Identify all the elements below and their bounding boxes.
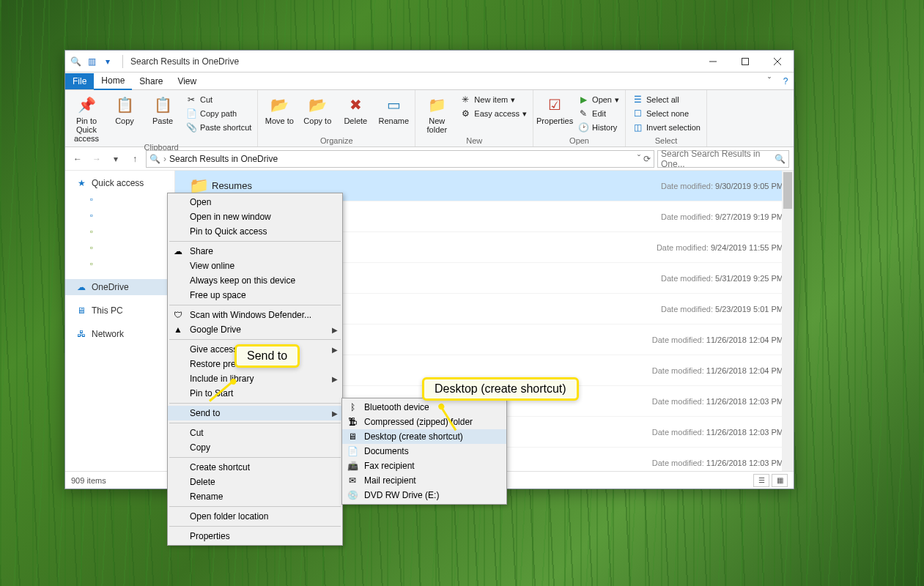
menu-item-label: Cut (190, 428, 204, 438)
menu-item-label: Delete (190, 477, 215, 487)
context-item-free-up-space[interactable]: Free up space (168, 288, 342, 303)
icons-view-button[interactable]: ▦ (772, 474, 788, 487)
context-item-create-shortcut[interactable]: Create shortcut (168, 460, 342, 475)
paste-shortcut-icon: 📎 (185, 122, 197, 133)
rename-button[interactable]: ▭Rename (375, 92, 412, 125)
sendto-item-desktop-create-shortcut-[interactable]: 🖥Desktop (create shortcut) (342, 429, 506, 444)
context-item-open-in-new-window[interactable]: Open in new window (168, 209, 342, 224)
sendto-item-documents[interactable]: 📄Documents (342, 444, 506, 459)
select-none-icon: ☐ (632, 108, 643, 119)
menu-separator (169, 457, 341, 458)
details-view-button[interactable]: ☰ (753, 474, 769, 487)
easy-access-button[interactable]: ⚙Easy access ▾ (457, 107, 530, 120)
chevron-down-icon[interactable]: ˇ (637, 154, 640, 164)
new-item-button[interactable]: ✳New item ▾ (457, 93, 530, 106)
menu-item-label: Bluetooth device (364, 402, 429, 412)
sendto-item-bluetooth-device[interactable]: ᛒBluetooth device (342, 400, 506, 415)
search-input[interactable]: Search Search Results in One... 🔍 (657, 150, 789, 168)
nav-this-pc[interactable]: 🖥This PC (65, 303, 174, 319)
move-to-button[interactable]: 📂Move to (261, 92, 297, 125)
close-button[interactable] (761, 51, 794, 73)
tab-home[interactable]: Home (94, 73, 132, 90)
ribbon-collapse-icon[interactable]: ˇ (761, 73, 777, 89)
forward-button[interactable]: → (89, 151, 105, 167)
tab-view[interactable]: View (170, 73, 204, 89)
qat-folder-icon[interactable]: ▥ (84, 54, 99, 69)
select-none-button[interactable]: ☐Select none (629, 107, 703, 120)
refresh-icon[interactable]: ⟳ (643, 154, 651, 164)
up-button[interactable]: ↑ (127, 151, 143, 167)
context-item-send-to[interactable]: Send to▶ (168, 406, 342, 420)
copy-to-button[interactable]: 📂Copy to (299, 92, 336, 125)
new-folder-button[interactable]: 📁New folder (418, 92, 455, 134)
history-button[interactable]: 🕑History (574, 121, 622, 134)
paste-button[interactable]: 📋 Paste (144, 92, 181, 125)
invert-selection-icon: ◫ (632, 122, 643, 133)
context-item-properties[interactable]: Properties (168, 529, 342, 544)
cut-icon: ✂ (185, 94, 197, 105)
context-item-cut[interactable]: Cut (168, 426, 342, 440)
context-item-pin-to-quick-access[interactable]: Pin to Quick access (168, 224, 342, 239)
nav-network[interactable]: 🖧Network (65, 326, 174, 342)
context-item-pin-to-start[interactable]: Pin to Start (168, 386, 342, 401)
maximize-button[interactable] (729, 51, 761, 73)
tab-file[interactable]: File (65, 73, 94, 89)
context-item-delete[interactable]: Delete (168, 475, 342, 489)
cut-button[interactable]: ✂Cut (182, 93, 254, 106)
qat-dropdown-icon[interactable]: ▾ (100, 54, 115, 69)
recent-dropdown[interactable]: ▾ (108, 151, 124, 167)
invert-selection-button[interactable]: ◫Invert selection (629, 121, 703, 134)
sendto-item-compressed-zipped-folder[interactable]: 🗜Compressed (zipped) folder (342, 415, 506, 429)
pin-quick-access-button[interactable]: 📌 Pin to Quick access (68, 92, 105, 143)
scrollbar[interactable] (782, 171, 794, 471)
sendto-item-mail-recipient[interactable]: ✉Mail recipient (342, 473, 506, 488)
delete-button[interactable]: ✖Delete (337, 92, 374, 125)
context-item-copy[interactable]: Copy (168, 440, 342, 455)
network-icon: 🖧 (75, 328, 87, 340)
context-menu: OpenOpen in new windowPin to Quick acces… (167, 193, 343, 546)
context-item-include-in-library[interactable]: Include in library▶ (168, 371, 342, 386)
open-button[interactable]: ▶Open ▾ (574, 93, 622, 106)
nav-pinned[interactable]: ▫ (65, 207, 174, 223)
menu-item-label: Pin to Quick access (190, 226, 267, 237)
ribbon-tabs: File Home Share View ˇ ? (65, 73, 794, 90)
copy-button[interactable]: 📋 Copy (106, 92, 143, 125)
minimize-button[interactable] (697, 51, 729, 73)
back-button[interactable]: ← (70, 151, 86, 167)
tab-share[interactable]: Share (132, 73, 170, 89)
menu-item-label: Create shortcut (190, 462, 250, 472)
nav-quick-access[interactable]: ★Quick access (65, 175, 174, 191)
menu-item-label: Include in library (190, 374, 254, 384)
context-item-google-drive[interactable]: ▲Google Drive▶ (168, 322, 342, 337)
edit-button[interactable]: ✎Edit (574, 107, 622, 120)
context-item-open[interactable]: Open (168, 195, 342, 209)
properties-button[interactable]: ☑Properties (536, 92, 573, 125)
scrollbar-thumb[interactable] (783, 172, 792, 209)
move-to-icon: 📂 (267, 93, 291, 116)
address-box[interactable]: 🔍 › Search Results in OneDrive ˇ ⟳ (146, 150, 654, 168)
sendto-item-dvd-rw-drive-e-[interactable]: 💿DVD RW Drive (E:) (342, 488, 506, 502)
menu-item-label: Share (190, 246, 213, 256)
nav-pinned[interactable]: ▫ (65, 191, 174, 207)
paste-shortcut-button[interactable]: 📎Paste shortcut (182, 121, 254, 134)
context-item-view-online[interactable]: View online (168, 259, 342, 273)
nav-pinned[interactable]: ▫ (65, 240, 174, 256)
easy-access-icon: ⚙ (459, 108, 471, 119)
search-results-icon: 🔍 (149, 154, 160, 164)
context-item-open-folder-location[interactable]: Open folder location (168, 509, 342, 524)
nav-pinned[interactable]: ▫ (65, 223, 174, 240)
context-item-always-keep-on-this-device[interactable]: Always keep on this device (168, 273, 342, 288)
menu-item-icon: 📄 (347, 445, 358, 457)
select-all-button[interactable]: ☰Select all (629, 93, 703, 106)
help-icon[interactable]: ? (777, 73, 794, 89)
menu-separator (169, 526, 341, 527)
context-item-share[interactable]: ☁Share (168, 244, 342, 259)
copy-path-button[interactable]: 📄Copy path (182, 107, 254, 120)
nav-pinned[interactable]: ▫ (65, 256, 174, 272)
nav-onedrive[interactable]: ☁OneDrive (65, 279, 174, 295)
sendto-item-fax-recipient[interactable]: 📠Fax recipient (342, 459, 506, 473)
copy-to-icon: 📂 (306, 93, 329, 116)
pinned-icon: ▫ (86, 209, 97, 221)
context-item-scan-with-windows-defender-[interactable]: 🛡Scan with Windows Defender... (168, 308, 342, 322)
context-item-rename[interactable]: Rename (168, 489, 342, 504)
